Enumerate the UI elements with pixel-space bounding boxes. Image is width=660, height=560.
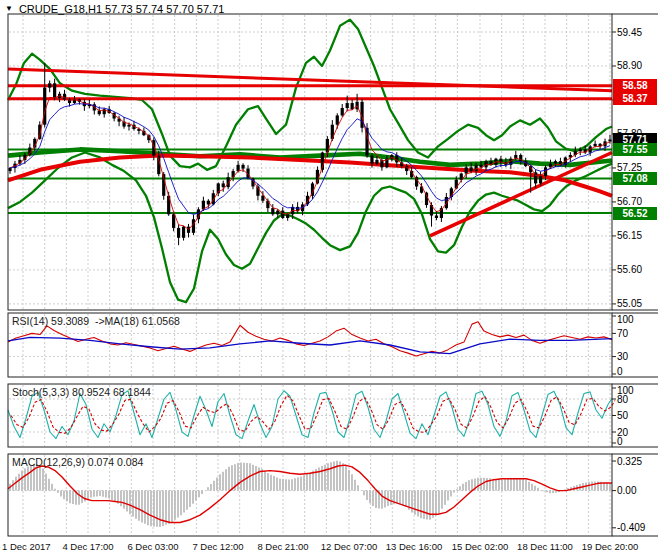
candle-body bbox=[341, 108, 344, 115]
macd-signal-line bbox=[8, 465, 612, 522]
stoch-d-line bbox=[11, 395, 615, 433]
candle-body bbox=[236, 165, 239, 171]
candle-body bbox=[241, 165, 244, 169]
candle-body bbox=[375, 160, 378, 164]
candle-body bbox=[222, 183, 225, 187]
candle-body bbox=[281, 211, 284, 218]
descending-trendline bbox=[8, 69, 612, 91]
candle-body bbox=[177, 228, 180, 238]
bollinger-upper bbox=[8, 20, 612, 170]
candle-body bbox=[346, 103, 349, 108]
candle-body bbox=[43, 88, 46, 125]
chart-canvas[interactable] bbox=[0, 0, 660, 560]
trading-chart-window: ▼ CRUDE_G18,H1 57.73 57.74 57.70 57.71 R… bbox=[0, 0, 660, 560]
panel-frame bbox=[8, 454, 612, 536]
candle-body bbox=[539, 176, 542, 183]
candle-body bbox=[336, 115, 339, 124]
candle-body bbox=[276, 211, 279, 215]
candle-body bbox=[579, 149, 582, 151]
candle-body bbox=[182, 227, 185, 238]
candle-body bbox=[594, 144, 597, 146]
candle-body bbox=[48, 83, 51, 87]
rsi-line bbox=[8, 322, 612, 356]
candle-body bbox=[172, 214, 175, 228]
candle-body bbox=[207, 201, 210, 205]
candle-body bbox=[53, 83, 56, 98]
candle-body bbox=[286, 214, 289, 218]
candle-body bbox=[465, 167, 468, 173]
candle-body bbox=[470, 167, 473, 171]
panel-frame bbox=[8, 313, 612, 377]
candle-body bbox=[127, 125, 130, 127]
candle-body bbox=[370, 156, 373, 164]
candle-body bbox=[8, 168, 11, 171]
candle-body bbox=[554, 161, 557, 163]
candle-body bbox=[608, 140, 611, 142]
stoch-k-line bbox=[8, 391, 612, 439]
candle-body bbox=[425, 193, 428, 205]
candle-body bbox=[271, 208, 274, 214]
candle-body bbox=[435, 216, 438, 218]
